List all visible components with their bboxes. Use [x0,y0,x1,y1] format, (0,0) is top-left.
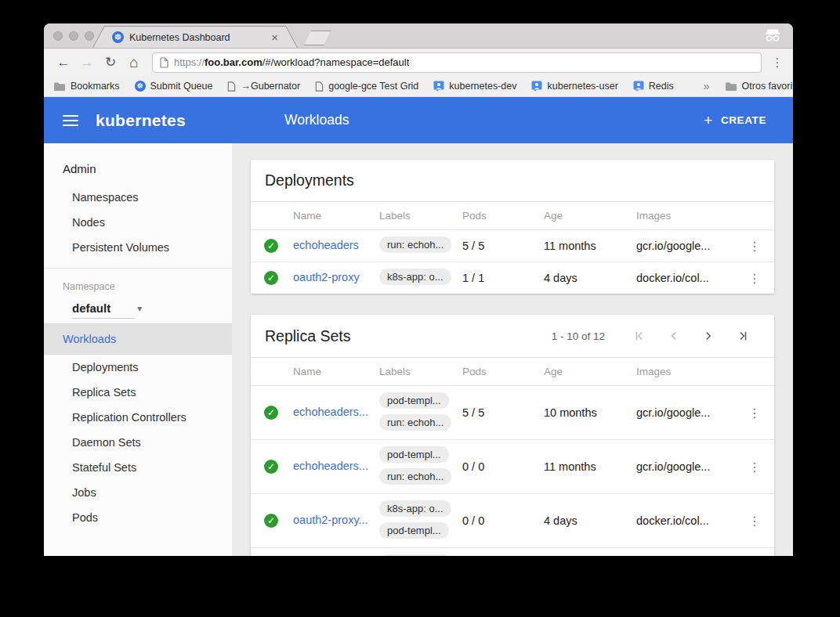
bookmark-otros-favoritos[interactable]: Otros favoritos [725,81,793,92]
new-tab-button[interactable] [304,31,331,45]
back-icon[interactable]: ← [53,55,74,70]
sidebar-item-replication-controllers[interactable]: Replication Controllers [44,405,232,430]
replica-sets-card-title: Replica Sets [265,327,350,345]
kubernetes-favicon-icon: ☸ [112,31,124,43]
sidebar-item-replica-sets[interactable]: Replica Sets [44,380,232,405]
label-chip: run: echoh... [379,236,451,253]
page-title: Workloads [284,112,349,128]
label-chip: k8s-app: o... [379,554,451,556]
images-cell: docker.io/col... [636,494,738,548]
label-chip: pod-templ... [379,522,449,539]
sidebar-item-pods[interactable]: Pods [44,505,232,530]
replica-set-link[interactable]: oauth2-proxy... [293,514,368,526]
replica-set-link[interactable]: echoheaders... [293,460,368,472]
namespace-value: default [72,301,110,315]
create-button[interactable]: + CREATE [696,106,774,135]
sidebar-item-persistent-volumes[interactable]: Persistent Volumes [44,235,232,260]
images-cell: docker.io/col... [636,548,738,557]
first-page-icon[interactable] [622,327,657,345]
bookmark-redis[interactable]: Redis [633,81,674,92]
url-path: /#/workload?namespace=default [262,56,410,68]
age-cell: 4 days [544,262,636,294]
create-button-label: CREATE [721,114,766,126]
sidebar-item-namespaces[interactable]: Namespaces [44,185,232,210]
sidebar-item-jobs[interactable]: Jobs [44,480,232,505]
namespace-underline [72,318,135,319]
bookmark-gubernator[interactable]: →Gubernator [227,81,300,92]
label-chip: k8s-app: o... [379,269,451,285]
bookmarks-overflow-icon[interactable]: » [704,80,710,92]
minimize-button[interactable] [69,31,78,41]
deployment-link[interactable]: oauth2-proxy [293,271,360,283]
sidebar-item-workloads[interactable]: Workloads [44,323,232,355]
replica-set-link[interactable]: echoheaders... [293,406,368,418]
address-bar[interactable]: https://foo.bar.com/#/workload?namespace… [152,52,762,73]
table-row: ✓ echoheaders... pod-templ...run: echoh.… [251,386,774,440]
bookmarks-bar: Bookmarks ☸ Submit Queue →Gubernator goo… [44,76,793,97]
namespace-select[interactable]: default ▾ [44,295,232,318]
label-chip: run: echoh... [379,414,451,431]
bookmark-google-gce-test-grid[interactable]: google-gce Test Grid [315,81,418,92]
sidebar-item-daemon-sets[interactable]: Daemon Sets [44,430,232,455]
sidebar-item-stateful-sets[interactable]: Stateful Sets [44,455,232,480]
next-page-icon[interactable] [691,327,726,345]
sidebar-section-admin[interactable]: Admin [44,151,232,185]
pods-cell: 0 / 0 [462,548,544,557]
row-menu-icon[interactable]: ⋮ [738,239,771,254]
column-header-name: Name [293,358,379,386]
age-cell: 11 months [544,440,636,494]
namespace-label: Namespace [44,269,232,295]
row-menu-icon[interactable]: ⋮ [738,460,771,474]
table-row: ✓ oauth2-proxy k8s-app: o... 1 / 1 4 day… [251,262,774,294]
groups-icon [531,81,542,92]
bookmark-submit-queue[interactable]: ☸ Submit Queue [135,81,213,92]
row-menu-icon[interactable]: ⋮ [738,514,771,529]
hamburger-menu-icon[interactable] [63,115,78,126]
pods-cell: 5 / 5 [462,386,544,440]
app-header: kubernetes Workloads + CREATE [44,97,793,143]
bookmark-label: kubernetes-user [547,81,617,92]
forward-icon[interactable]: → [77,55,97,70]
browser-menu-icon[interactable]: ⋮ [769,56,785,70]
last-page-icon[interactable] [726,327,760,345]
previous-page-icon[interactable] [657,327,691,345]
age-cell: 10 months [544,386,636,440]
bookmark-label: Redis [649,81,674,92]
table-row: ✓ oauth2-proxy... k8s-app: o...pod-templ… [251,548,774,557]
row-menu-icon[interactable]: ⋮ [738,271,771,286]
status-ok-icon: ✓ [264,271,278,285]
replica-sets-card: Replica Sets 1 - 10 of 12 [251,315,774,556]
bookmark-bookmarks-folder[interactable]: Bookmarks [53,81,120,92]
images-cell: gcr.io/google... [636,230,738,262]
sidebar-item-deployments[interactable]: Deployments [44,355,232,380]
url-scheme: https:// [174,56,205,68]
folder-icon [53,81,66,92]
bookmark-kubernetes-dev[interactable]: kubernetes-dev [433,81,516,92]
images-cell: gcr.io/google... [636,386,738,440]
status-ok-icon: ✓ [264,514,278,528]
bookmark-label: google-gce Test Grid [328,81,418,92]
column-header-age: Age [544,202,636,230]
chevron-down-icon: ▾ [137,303,142,314]
folder-icon [725,81,737,92]
kubernetes-logo[interactable]: kubernetes [96,111,186,130]
pods-cell: 1 / 1 [462,262,544,294]
groups-icon [433,81,444,92]
browser-tab[interactable]: ☸ Kubernetes Dashboard × [92,26,298,48]
bookmark-label: kubernetes-dev [449,81,516,92]
browser-window: ☸ Kubernetes Dashboard × ← → ↻ ⌂ https:/… [44,23,793,556]
row-menu-icon[interactable]: ⋮ [738,406,771,420]
bookmark-kubernetes-user[interactable]: kubernetes-user [531,81,617,92]
sidebar-item-nodes[interactable]: Nodes [44,210,232,235]
pods-cell: 0 / 0 [462,494,544,548]
home-icon[interactable]: ⌂ [124,54,144,71]
groups-icon [633,81,644,92]
tab-close-icon[interactable]: × [271,31,278,43]
column-header-images: Images [636,358,738,386]
title-bar: ☸ Kubernetes Dashboard × [44,23,793,49]
deployment-link[interactable]: echoheaders [293,239,359,251]
reload-icon[interactable]: ↻ [100,54,121,70]
sidebar: Admin Namespaces Nodes Persistent Volume… [44,143,232,556]
deployments-card-title: Deployments [265,171,354,189]
close-button[interactable] [53,31,63,41]
